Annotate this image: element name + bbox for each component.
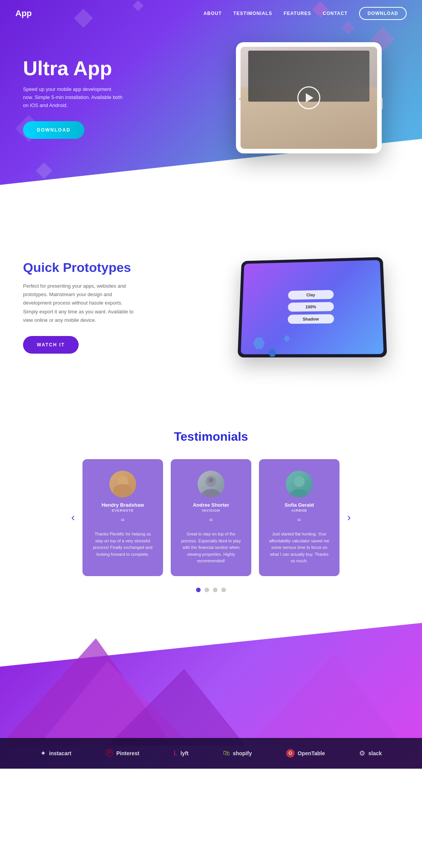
avatar-image-1 [198, 471, 224, 497]
nav-about[interactable]: ABOUT [203, 11, 222, 16]
brand-section: ✦ instacart Ⓟ Pinterest L lyft 🛍 shopify… [0, 623, 422, 769]
testimonial-name-2: Sofia Gerald [268, 502, 330, 508]
play-icon [306, 93, 313, 102]
svg-point-5 [294, 476, 305, 487]
avatar-1 [198, 471, 224, 497]
mountain-4 [249, 654, 403, 746]
svg-point-3 [200, 489, 222, 497]
quote-mark-0: “ [92, 517, 154, 528]
tablet2-pill-shadow: Shadow [288, 314, 334, 324]
svg-point-1 [112, 489, 134, 497]
nav-links: ABOUT TESTIMONIALS FEATURES CONTACT DOWN… [203, 7, 407, 20]
avatar-2 [286, 471, 313, 497]
tablet-side-button [381, 98, 382, 109]
brand-opentable: O OpenTable [286, 749, 325, 758]
navigation: App ABOUT TESTIMONIALS FEATURES CONTACT … [0, 0, 422, 27]
nav-features[interactable]: FEATURES [284, 11, 311, 16]
testimonials-section: Testimonials ‹ Hendry Bradshaw EVERNOTE … [0, 407, 422, 623]
opentable-label: OpenTable [298, 750, 325, 756]
nav-logo[interactable]: App [15, 8, 32, 18]
svg-point-4 [209, 478, 213, 483]
testimonial-text-2: Just started flat hunting. Your affordab… [268, 531, 330, 565]
watch-it-button[interactable]: WATCH IT [23, 336, 79, 354]
nav-download-button[interactable]: DOWNLOAD [359, 7, 407, 20]
shopify-icon: 🛍 [223, 749, 230, 757]
nav-testimonials[interactable]: TESTIMONIALS [233, 11, 272, 16]
prototypes-section: Quick Prototypes Perfect for presenting … [0, 215, 422, 407]
slack-label: slack [368, 750, 382, 756]
instacart-icon: ✦ [40, 749, 46, 758]
testimonials-cards: Hendry Bradshaw EVERNOTE “ Thanks Plenti… [82, 459, 340, 576]
prototypes-description: Perfect for presenting your apps, websit… [23, 282, 138, 324]
play-button[interactable] [297, 86, 320, 109]
slack-icon: ⚙ [359, 749, 365, 758]
brand-instacart: ✦ instacart [40, 749, 71, 758]
opentable-icon: O [286, 749, 295, 758]
hero-download-button[interactable]: DOWNLOAD [23, 121, 84, 139]
testimonial-card-0: Hendry Bradshaw EVERNOTE “ Thanks Plenti… [82, 459, 163, 576]
testimonial-card-2: Sofia Gerald AIRBNB “ Just started flat … [259, 459, 340, 576]
avatar-image-2 [286, 471, 313, 497]
testimonial-company-0: EVERNOTE [92, 509, 154, 512]
lyft-label: lyft [180, 750, 188, 756]
tablet2-wrapper: Clay 100% Shadow [230, 249, 391, 364]
hero-subtitle: Speed up your mobile app development now… [23, 86, 123, 109]
pinterest-label: Pinterest [116, 750, 139, 756]
testimonial-company-2: AIRBNB [268, 509, 330, 512]
svg-point-6 [288, 489, 310, 497]
brand-lyft: L lyft [173, 749, 188, 757]
pinterest-icon: Ⓟ [105, 748, 113, 758]
testimonial-company-1: INVISION [180, 509, 242, 512]
instacart-label: instacart [49, 750, 71, 756]
tablet-screen [241, 47, 377, 149]
dot-3[interactable] [221, 588, 226, 592]
prototypes-text: Quick Prototypes Perfect for presenting … [23, 260, 199, 353]
hero-section: Ultra App Speed up your mobile app devel… [0, 0, 422, 215]
tablet-frame [236, 42, 382, 153]
quote-mark-2: “ [268, 517, 330, 528]
tablet2-pill-clay: Clay [288, 290, 334, 300]
slider-prev-button[interactable]: ‹ [64, 507, 82, 527]
testimonials-title: Testimonials [15, 430, 407, 444]
diamond-shape-6 [36, 163, 52, 179]
avatar-image-0 [109, 471, 136, 497]
hero-text: Ultra App Speed up your mobile app devel… [23, 46, 203, 139]
testimonial-name-0: Hendry Bradshaw [92, 502, 154, 508]
slider-next-button[interactable]: › [340, 507, 358, 527]
dot-1[interactable] [204, 588, 209, 592]
brand-shopify: 🛍 shopify [223, 749, 252, 757]
testimonial-card-1: Andree Shorter INVISION “ Great to stay … [171, 459, 251, 576]
shopify-label: shopify [233, 750, 252, 756]
lyft-icon: L [173, 749, 177, 757]
mountain-3 [107, 669, 246, 746]
avatar-0 [109, 471, 136, 497]
testimonials-slider: ‹ Hendry Bradshaw EVERNOTE “ Thanks Plen… [15, 459, 407, 576]
prototypes-title: Quick Prototypes [23, 260, 199, 275]
dot-2[interactable] [213, 588, 218, 592]
testimonial-text-0: Thanks Plentific for helping us stay on … [92, 531, 154, 558]
hero-tablet-mockup [219, 42, 399, 153]
testimonial-name-1: Andree Shorter [180, 502, 242, 508]
svg-point-0 [117, 476, 128, 487]
tablet2-pill-100: 100% [288, 302, 334, 311]
dot-0[interactable] [196, 588, 201, 592]
tablet-camera [239, 98, 241, 100]
brands-bar: ✦ instacart Ⓟ Pinterest L lyft 🛍 shopify… [0, 738, 422, 769]
testimonial-text-1: Great to stay on top of the process. Esp… [180, 531, 242, 565]
brand-slack: ⚙ slack [359, 749, 382, 758]
brand-pinterest: Ⓟ Pinterest [105, 748, 139, 758]
hero-title: Ultra App [23, 58, 203, 79]
slider-dots [15, 588, 407, 592]
prototypes-visual: Clay 100% Shadow [223, 249, 399, 364]
quote-mark-1: “ [180, 517, 242, 528]
nav-contact[interactable]: CONTACT [323, 11, 348, 16]
